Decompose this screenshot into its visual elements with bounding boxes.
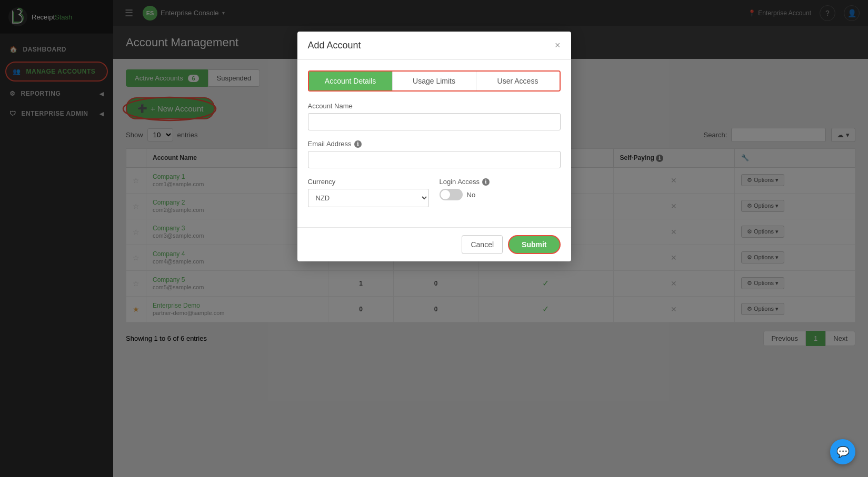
toggle-knob bbox=[441, 190, 450, 199]
login-access-group: Login Access ℹ No bbox=[440, 178, 561, 200]
login-access-toggle[interactable] bbox=[440, 189, 463, 200]
email-group: Email Address ℹ bbox=[308, 140, 561, 168]
modal-tab-user-access[interactable]: User Access bbox=[476, 72, 560, 90]
modal-header: Add Account × bbox=[297, 32, 571, 60]
email-info-icon: ℹ bbox=[354, 140, 362, 148]
chat-button[interactable]: 💬 bbox=[830, 439, 855, 464]
currency-col: Currency NZD USD AUD GBP EUR bbox=[308, 178, 429, 217]
modal-footer: Cancel Submit bbox=[297, 227, 571, 261]
modal-tabs: Account Details Usage Limits User Access bbox=[308, 70, 561, 92]
cancel-button[interactable]: Cancel bbox=[462, 235, 503, 254]
modal-tab-account-details[interactable]: Account Details bbox=[309, 72, 393, 90]
account-name-label: Account Name bbox=[308, 102, 561, 110]
modal-overlay: Add Account × Account Details Usage Limi… bbox=[0, 0, 868, 477]
modal-close-button[interactable]: × bbox=[555, 40, 561, 51]
login-access-label: Login Access ℹ bbox=[440, 178, 561, 186]
email-label: Email Address ℹ bbox=[308, 140, 561, 148]
login-access-col: Login Access ℹ No bbox=[440, 178, 561, 217]
login-access-toggle-group: No bbox=[440, 189, 561, 200]
currency-select[interactable]: NZD USD AUD GBP EUR bbox=[308, 189, 429, 207]
chat-icon: 💬 bbox=[836, 445, 850, 458]
modal-tab-usage-limits[interactable]: Usage Limits bbox=[393, 72, 476, 90]
currency-login-row: Currency NZD USD AUD GBP EUR bbox=[308, 178, 561, 217]
login-access-value: No bbox=[467, 191, 476, 199]
login-access-info-icon: ℹ bbox=[482, 178, 490, 186]
submit-button[interactable]: Submit bbox=[508, 235, 560, 254]
add-account-modal: Add Account × Account Details Usage Limi… bbox=[297, 32, 571, 261]
modal-body: Account Details Usage Limits User Access… bbox=[297, 60, 571, 227]
modal-title: Add Account bbox=[308, 40, 361, 51]
currency-group: Currency NZD USD AUD GBP EUR bbox=[308, 178, 429, 207]
email-input[interactable] bbox=[308, 151, 561, 168]
currency-label: Currency bbox=[308, 178, 429, 186]
account-name-group: Account Name bbox=[308, 102, 561, 130]
account-name-input[interactable] bbox=[308, 113, 561, 130]
